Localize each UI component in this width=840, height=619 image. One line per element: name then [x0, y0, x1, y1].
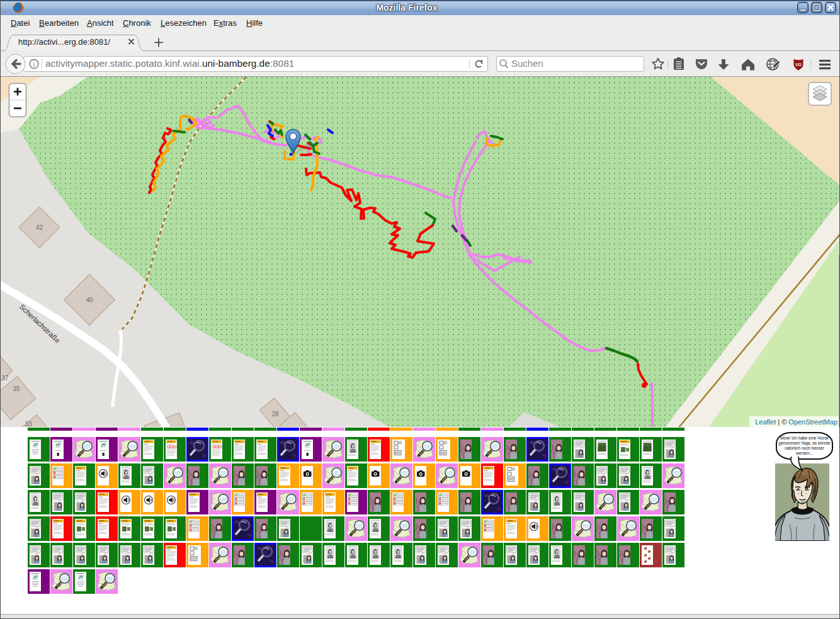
svg-text:28: 28	[271, 411, 279, 417]
svg-text:33: 33	[25, 421, 32, 428]
svg-text:Leaflet | © OpenStreetMap: Leaflet | © OpenStreetMap	[755, 418, 837, 426]
svg-text:UO: UO	[795, 62, 802, 67]
svg-text:37: 37	[1, 375, 9, 382]
svg-text:42: 42	[36, 224, 43, 231]
svg-text:i: i	[33, 60, 35, 68]
svg-text:35: 35	[13, 385, 20, 392]
svg-text:http://activi...erg.de:8081/: http://activi...erg.de:8081/	[18, 37, 110, 47]
svg-text:40: 40	[86, 297, 93, 304]
